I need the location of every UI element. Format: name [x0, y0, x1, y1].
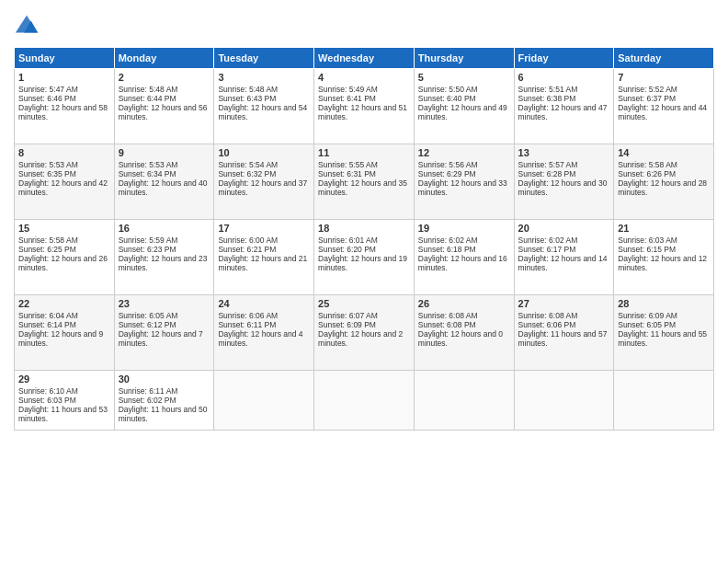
calendar-cell: 6Sunrise: 5:51 AMSunset: 6:38 PMDaylight… [514, 69, 614, 144]
sunrise: Sunrise: 6:00 AM [218, 236, 278, 245]
sunrise: Sunrise: 6:02 AM [518, 236, 578, 245]
sunrise: Sunrise: 6:01 AM [318, 236, 378, 245]
calendar-cell: 4Sunrise: 5:49 AMSunset: 6:41 PMDaylight… [314, 69, 415, 144]
sunset: Sunset: 6:46 PM [18, 94, 76, 103]
calendar-cell: 3Sunrise: 5:48 AMSunset: 6:43 PMDaylight… [214, 69, 314, 144]
sunrise: Sunrise: 5:53 AM [119, 160, 178, 169]
calendar-cell: 19Sunrise: 6:02 AMSunset: 6:18 PMDayligh… [414, 220, 514, 295]
day-number: 16 [119, 223, 210, 234]
daylight: Daylight: 12 hours and 16 minutes. [418, 254, 507, 272]
day-header: Thursday [414, 48, 514, 69]
sunset: Sunset: 6:28 PM [518, 169, 576, 178]
calendar-cell: 24Sunrise: 6:06 AMSunset: 6:11 PMDayligh… [214, 295, 314, 371]
calendar-cell [614, 371, 714, 431]
sunset: Sunset: 6:31 PM [318, 169, 376, 178]
sunset: Sunset: 6:35 PM [18, 169, 76, 178]
calendar-cell: 30Sunrise: 6:11 AMSunset: 6:02 PMDayligh… [114, 371, 214, 431]
sunset: Sunset: 6:03 PM [18, 396, 76, 405]
sunrise: Sunrise: 5:58 AM [18, 236, 78, 245]
calendar-cell: 5Sunrise: 5:50 AMSunset: 6:40 PMDaylight… [414, 69, 514, 144]
calendar-week-row: 22Sunrise: 6:04 AMSunset: 6:14 PMDayligh… [15, 295, 714, 371]
calendar-cell: 21Sunrise: 6:03 AMSunset: 6:15 PMDayligh… [614, 220, 714, 295]
calendar-cell: 29Sunrise: 6:10 AMSunset: 6:03 PMDayligh… [15, 371, 115, 431]
day-number: 15 [18, 223, 110, 234]
sunrise: Sunrise: 5:57 AM [518, 160, 578, 169]
calendar-cell: 10Sunrise: 5:54 AMSunset: 6:32 PMDayligh… [214, 144, 314, 220]
logo-icon [14, 14, 40, 40]
sunset: Sunset: 6:21 PM [218, 245, 276, 254]
daylight: Daylight: 12 hours and 9 minutes. [18, 329, 103, 348]
sunset: Sunset: 6:38 PM [518, 94, 576, 103]
sunset: Sunset: 6:29 PM [418, 169, 476, 178]
calendar-cell [414, 371, 514, 431]
sunrise: Sunrise: 6:11 AM [119, 386, 178, 396]
calendar-cell: 12Sunrise: 5:56 AMSunset: 6:29 PMDayligh… [414, 144, 514, 220]
day-number: 13 [518, 147, 610, 158]
calendar-body: 1Sunrise: 5:47 AMSunset: 6:46 PMDaylight… [15, 69, 714, 431]
calendar-cell: 11Sunrise: 5:55 AMSunset: 6:31 PMDayligh… [314, 144, 415, 220]
calendar-header-row: SundayMondayTuesdayWednesdayThursdayFrid… [15, 48, 714, 69]
day-number: 10 [218, 147, 310, 158]
day-number: 22 [18, 298, 110, 309]
calendar-cell: 9Sunrise: 5:53 AMSunset: 6:34 PMDaylight… [114, 144, 214, 220]
sunrise: Sunrise: 5:48 AM [218, 85, 278, 94]
sunset: Sunset: 6:14 PM [18, 320, 76, 329]
day-number: 5 [418, 72, 510, 83]
daylight: Daylight: 12 hours and 44 minutes. [618, 103, 707, 121]
sunset: Sunset: 6:17 PM [518, 245, 576, 254]
calendar-cell: 13Sunrise: 5:57 AMSunset: 6:28 PMDayligh… [514, 144, 614, 220]
daylight: Daylight: 11 hours and 53 minutes. [18, 405, 108, 423]
calendar-week-row: 29Sunrise: 6:10 AMSunset: 6:03 PMDayligh… [15, 371, 714, 431]
calendar-cell: 1Sunrise: 5:47 AMSunset: 6:46 PMDaylight… [15, 69, 115, 144]
day-header: Monday [114, 48, 214, 69]
day-number: 14 [618, 147, 710, 158]
calendar-cell: 8Sunrise: 5:53 AMSunset: 6:35 PMDaylight… [15, 144, 115, 220]
sunrise: Sunrise: 6:09 AM [618, 311, 677, 320]
sunset: Sunset: 6:12 PM [119, 320, 176, 329]
daylight: Daylight: 12 hours and 30 minutes. [518, 178, 608, 197]
sunrise: Sunrise: 5:55 AM [318, 160, 378, 169]
day-number: 1 [18, 72, 110, 83]
calendar-cell: 27Sunrise: 6:08 AMSunset: 6:06 PMDayligh… [514, 295, 614, 371]
sunset: Sunset: 6:02 PM [119, 396, 176, 405]
day-number: 23 [119, 298, 210, 309]
day-number: 28 [618, 298, 710, 309]
calendar-cell: 26Sunrise: 6:08 AMSunset: 6:08 PMDayligh… [414, 295, 514, 371]
daylight: Daylight: 12 hours and 2 minutes. [318, 329, 403, 348]
sunrise: Sunrise: 6:02 AM [418, 236, 478, 245]
day-number: 27 [518, 298, 610, 309]
calendar: SundayMondayTuesdayWednesdayThursdayFrid… [14, 47, 714, 431]
day-number: 2 [119, 72, 210, 83]
daylight: Daylight: 12 hours and 56 minutes. [119, 103, 208, 121]
calendar-cell: 18Sunrise: 6:01 AMSunset: 6:20 PMDayligh… [314, 220, 415, 295]
calendar-cell [314, 371, 415, 431]
daylight: Daylight: 12 hours and 51 minutes. [318, 103, 407, 121]
sunrise: Sunrise: 5:48 AM [119, 85, 178, 94]
calendar-cell: 14Sunrise: 5:58 AMSunset: 6:26 PMDayligh… [614, 144, 714, 220]
day-header: Friday [514, 48, 614, 69]
sunset: Sunset: 6:11 PM [218, 320, 276, 329]
sunrise: Sunrise: 5:53 AM [18, 160, 78, 169]
day-number: 6 [518, 72, 610, 83]
daylight: Daylight: 12 hours and 49 minutes. [418, 103, 507, 121]
day-number: 7 [618, 72, 710, 83]
daylight: Daylight: 12 hours and 37 minutes. [218, 178, 307, 197]
calendar-cell: 20Sunrise: 6:02 AMSunset: 6:17 PMDayligh… [514, 220, 614, 295]
day-number: 18 [318, 223, 410, 234]
calendar-cell: 23Sunrise: 6:05 AMSunset: 6:12 PMDayligh… [114, 295, 214, 371]
sunset: Sunset: 6:15 PM [618, 245, 676, 254]
daylight: Daylight: 12 hours and 42 minutes. [18, 178, 108, 197]
sunrise: Sunrise: 5:47 AM [18, 85, 78, 94]
sunrise: Sunrise: 5:58 AM [618, 160, 677, 169]
sunset: Sunset: 6:05 PM [618, 320, 676, 329]
sunset: Sunset: 6:44 PM [119, 94, 176, 103]
calendar-cell: 28Sunrise: 6:09 AMSunset: 6:05 PMDayligh… [614, 295, 714, 371]
sunset: Sunset: 6:08 PM [418, 320, 476, 329]
day-number: 4 [318, 72, 410, 83]
page: SundayMondayTuesdayWednesdayThursdayFrid… [0, 0, 728, 563]
daylight: Daylight: 12 hours and 26 minutes. [18, 254, 108, 272]
sunset: Sunset: 6:25 PM [18, 245, 76, 254]
daylight: Daylight: 12 hours and 33 minutes. [418, 178, 507, 197]
day-number: 8 [18, 147, 110, 158]
sunrise: Sunrise: 6:08 AM [518, 311, 578, 320]
